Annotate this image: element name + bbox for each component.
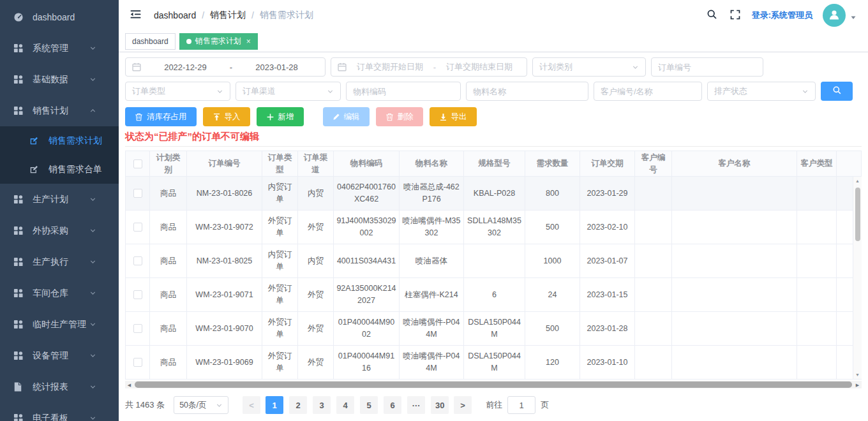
delete-button[interactable]: 删除 xyxy=(376,107,423,126)
sidebar-item-workshop-warehouse[interactable]: 车间仓库 xyxy=(0,277,119,309)
table-cell: 商品 xyxy=(150,244,187,278)
avatar[interactable] xyxy=(823,4,846,27)
table-cell: 外贸订单 xyxy=(262,312,298,346)
table-cell: 外贸订单 xyxy=(262,211,298,244)
sidebar-item-system-management[interactable]: 系统管理 xyxy=(0,33,119,64)
table-cell: 外贸订单 xyxy=(262,278,298,312)
tab-active-dot xyxy=(186,39,191,44)
row-checkbox[interactable] xyxy=(133,256,142,265)
scroll-right-arrow-icon[interactable]: ▶ xyxy=(853,383,862,387)
table-cell: 外贸 xyxy=(298,211,334,244)
table-cell: 24 xyxy=(525,278,580,312)
sidebar-item-production-execution[interactable]: 生产执行 xyxy=(0,246,119,277)
scroll-down-arrow-icon[interactable]: ▼ xyxy=(855,373,860,377)
page-button-3[interactable]: 3 xyxy=(313,396,331,414)
vertical-scrollbar-thumb[interactable] xyxy=(855,188,860,241)
chevron-down-icon xyxy=(89,45,101,52)
breadcrumb-item[interactable]: dashboard xyxy=(154,10,196,20)
page-button-···[interactable]: ··· xyxy=(407,396,425,414)
table-cell: SDLLA148M35302 xyxy=(464,211,525,244)
login-user-label[interactable]: 登录:系统管理员 xyxy=(752,10,812,21)
filter-search-button[interactable] xyxy=(821,82,853,101)
filter-plan-category-select[interactable]: 计划类别 xyxy=(532,57,646,77)
import-button[interactable]: 导入 xyxy=(203,107,250,126)
select-placeholder: 计划类别 xyxy=(539,61,572,73)
table-cell: NM-23-01-8026 xyxy=(187,177,262,211)
prev-page-button[interactable]: < xyxy=(243,396,260,414)
tab-close-icon[interactable]: × xyxy=(246,38,251,45)
sidebar-item-production-plan[interactable]: 生产计划 xyxy=(0,184,119,215)
page-button-30[interactable]: 30 xyxy=(431,396,449,414)
row-checkbox[interactable] xyxy=(133,189,142,198)
sidebar-item-outsourcing-purchase[interactable]: 外协采购 xyxy=(0,215,119,246)
horizontal-scrollbar[interactable]: ◀ ▶ xyxy=(125,381,862,388)
user-menu[interactable] xyxy=(823,4,857,27)
chevron-down-icon xyxy=(89,352,101,359)
date-start-value: 2022-12-29 xyxy=(144,63,227,72)
goto-page-input[interactable] xyxy=(507,396,535,414)
select-placeholder: 订单渠道 xyxy=(243,85,276,97)
edit-button[interactable]: 编辑 xyxy=(323,107,370,126)
page-button-2[interactable]: 2 xyxy=(289,396,307,414)
export-button[interactable]: 导出 xyxy=(430,107,477,126)
row-checkbox[interactable] xyxy=(133,324,142,333)
filter-schedule-status-select[interactable]: 排产状态 xyxy=(707,82,816,101)
sidebar-item-e-board[interactable]: 电子看板 xyxy=(0,403,119,421)
scroll-up-arrow-icon[interactable]: ▲ xyxy=(855,179,860,183)
sidebar-item-sales-plan[interactable]: 销售计划 xyxy=(0,95,119,126)
table-cell: 2023-01-29 xyxy=(580,177,635,211)
select-all-checkbox[interactable] xyxy=(133,159,142,168)
sidebar-item-sales-demand-plan[interactable]: 销售需求计划 xyxy=(0,126,119,155)
page-buttons: 123456···30 xyxy=(266,396,449,414)
filter-create-date-range[interactable]: 2022-12-29-2023-01-28 xyxy=(125,57,326,77)
scroll-left-arrow-icon[interactable]: ◀ xyxy=(125,383,133,387)
sidebar-item-basic-data[interactable]: 基础数据 xyxy=(0,64,119,95)
sidebar-item-dashboard[interactable]: dashboard xyxy=(0,1,119,33)
sidebar-item-sales-demand-merge[interactable]: 销售需求合单 xyxy=(0,155,119,184)
row-select-cell xyxy=(126,346,150,380)
row-checkbox[interactable] xyxy=(133,358,142,367)
page-size-select[interactable]: 50条/页 xyxy=(174,396,228,414)
row-checkbox[interactable] xyxy=(133,223,142,232)
table-cell xyxy=(635,278,672,312)
date-separator: - xyxy=(227,63,235,72)
content: 2022-12-29-2023-01-28订单交期开始日期-订单交期结束日期计划… xyxy=(119,52,868,421)
plus-icon xyxy=(266,113,274,121)
filter-material-name-input[interactable] xyxy=(466,82,588,101)
filter-order-type-select[interactable]: 订单类型 xyxy=(125,82,230,101)
vertical-scrollbar[interactable]: ▲ ▼ xyxy=(853,177,862,379)
add-button[interactable]: 新增 xyxy=(257,107,304,126)
grid-icon xyxy=(13,413,25,421)
filter-customer-input[interactable] xyxy=(594,82,702,101)
filter-order-channel-select[interactable]: 订单渠道 xyxy=(236,82,341,101)
table-row: 商品NM-23-01-8025内贸订单内贸40011S034A431喷油器体10… xyxy=(126,244,862,278)
filter-delivery-date-range[interactable]: 订单交期开始日期-订单交期结束日期 xyxy=(331,57,527,77)
table-cell: 柱塞偶件-K214 xyxy=(400,278,464,312)
table-cell: 2023-01-10 xyxy=(580,346,635,380)
sidebar-item-label: 外协采购 xyxy=(33,225,89,237)
horizontal-scrollbar-thumb[interactable] xyxy=(135,381,852,388)
tab-dashboard[interactable]: dashboard xyxy=(125,33,176,50)
page-button-5[interactable]: 5 xyxy=(360,396,378,414)
column-header: 物料编码 xyxy=(334,151,400,177)
page-button-1[interactable]: 1 xyxy=(266,396,283,414)
next-page-button[interactable]: > xyxy=(454,396,472,414)
clear-stock-button[interactable]: 清库存占用 xyxy=(125,107,197,126)
page-button-6[interactable]: 6 xyxy=(384,396,401,414)
fullscreen-button[interactable] xyxy=(729,8,742,23)
orders-table: 计划类别订单编号订单类型订单渠道物料编码物料名称规格型号需求数量订单交期客户编号… xyxy=(125,151,862,380)
table-cell: 92A135000K2142027 xyxy=(334,278,400,312)
breadcrumb-item[interactable]: 销售计划 xyxy=(210,10,246,21)
table-cell: WM-23-01-9069 xyxy=(187,346,262,380)
filter-material-code-input[interactable] xyxy=(346,82,461,101)
sidebar-item-statistics-report[interactable]: 统计报表 xyxy=(0,371,119,403)
filter-order-no-input[interactable] xyxy=(651,57,763,77)
row-checkbox[interactable] xyxy=(133,290,142,299)
tab-sales-demand-plan[interactable]: 销售需求计划× xyxy=(179,33,258,50)
sidebar-collapse-button[interactable] xyxy=(128,7,144,24)
page-button-4[interactable]: 4 xyxy=(336,396,354,414)
sidebar-item-equipment-management[interactable]: 设备管理 xyxy=(0,340,119,371)
sidebar-item-temporary-production[interactable]: 临时生产管理 xyxy=(0,309,119,340)
table-cell xyxy=(672,244,797,278)
search-button-header[interactable] xyxy=(705,8,719,23)
